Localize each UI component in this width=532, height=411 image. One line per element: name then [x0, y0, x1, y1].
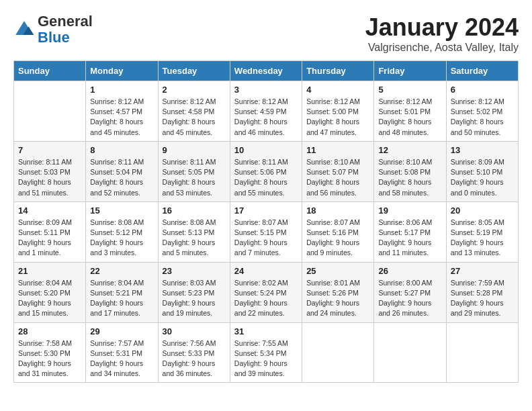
day-number: 25: [306, 266, 369, 276]
calendar-cell: 26Sunrise: 8:00 AMSunset: 5:27 PMDayligh…: [374, 262, 446, 322]
day-info: Sunrise: 8:10 AMSunset: 5:08 PMDaylight:…: [378, 157, 441, 198]
day-info: Sunrise: 8:11 AMSunset: 5:03 PMDaylight:…: [18, 157, 81, 198]
calendar-week-row: 28Sunrise: 7:58 AMSunset: 5:30 PMDayligh…: [14, 322, 519, 383]
day-number: 14: [18, 205, 81, 216]
day-number: 17: [234, 205, 298, 216]
day-number: 3: [234, 85, 298, 95]
day-info: Sunrise: 7:59 AMSunset: 5:28 PMDaylight:…: [451, 278, 514, 319]
day-number: 30: [163, 326, 226, 336]
calendar-cell: [446, 322, 518, 383]
calendar-cell: 15Sunrise: 8:08 AMSunset: 5:12 PMDayligh…: [86, 201, 158, 262]
logo: General Blue: [13, 13, 93, 46]
logo-general: General: [38, 13, 93, 30]
calendar-week-row: 21Sunrise: 8:04 AMSunset: 5:20 PMDayligh…: [14, 262, 519, 322]
day-number: 9: [163, 145, 226, 155]
day-number: 11: [306, 145, 369, 155]
day-number: 16: [163, 205, 226, 216]
day-number: 19: [378, 205, 441, 216]
day-info: Sunrise: 8:11 AMSunset: 5:05 PMDaylight:…: [163, 157, 226, 198]
calendar-cell: [374, 322, 446, 383]
day-info: Sunrise: 8:04 AMSunset: 5:21 PMDaylight:…: [90, 278, 153, 319]
calendar-cell: 10Sunrise: 8:11 AMSunset: 5:06 PMDayligh…: [230, 141, 302, 201]
day-number: 5: [378, 85, 441, 95]
calendar-cell: 18Sunrise: 8:07 AMSunset: 5:16 PMDayligh…: [302, 201, 374, 262]
calendar-cell: 21Sunrise: 8:04 AMSunset: 5:20 PMDayligh…: [14, 262, 86, 322]
day-info: Sunrise: 7:57 AMSunset: 5:31 PMDaylight:…: [90, 338, 153, 379]
calendar-cell: 19Sunrise: 8:06 AMSunset: 5:17 PMDayligh…: [374, 201, 446, 262]
day-info: Sunrise: 8:07 AMSunset: 5:15 PMDaylight:…: [234, 218, 298, 259]
day-info: Sunrise: 8:12 AMSunset: 5:00 PMDaylight:…: [306, 97, 369, 138]
calendar-table: SundayMondayTuesdayWednesdayThursdayFrid…: [13, 60, 519, 383]
calendar-week-row: 1Sunrise: 8:12 AMSunset: 4:57 PMDaylight…: [14, 81, 519, 142]
day-info: Sunrise: 8:08 AMSunset: 5:13 PMDaylight:…: [163, 218, 226, 259]
day-info: Sunrise: 8:05 AMSunset: 5:19 PMDaylight:…: [451, 218, 514, 259]
day-info: Sunrise: 7:56 AMSunset: 5:33 PMDaylight:…: [163, 338, 226, 379]
day-info: Sunrise: 8:06 AMSunset: 5:17 PMDaylight:…: [378, 218, 441, 259]
day-info: Sunrise: 8:12 AMSunset: 5:02 PMDaylight:…: [451, 97, 514, 138]
calendar-cell: [14, 81, 86, 142]
logo-icon: [13, 19, 35, 40]
page-header: General Blue January 2024 Valgrisenche, …: [13, 13, 519, 54]
column-header-thursday: Thursday: [302, 61, 374, 81]
calendar-cell: 23Sunrise: 8:03 AMSunset: 5:23 PMDayligh…: [158, 262, 230, 322]
calendar-cell: 13Sunrise: 8:09 AMSunset: 5:10 PMDayligh…: [446, 141, 518, 201]
column-header-wednesday: Wednesday: [230, 61, 302, 81]
day-info: Sunrise: 8:08 AMSunset: 5:12 PMDaylight:…: [90, 218, 153, 259]
day-info: Sunrise: 8:12 AMSunset: 4:59 PMDaylight:…: [234, 97, 298, 138]
day-number: 4: [306, 85, 369, 95]
calendar-cell: 8Sunrise: 8:11 AMSunset: 5:04 PMDaylight…: [86, 141, 158, 201]
column-header-tuesday: Tuesday: [158, 61, 230, 81]
day-info: Sunrise: 8:04 AMSunset: 5:20 PMDaylight:…: [18, 278, 81, 319]
logo-text: General Blue: [38, 13, 93, 46]
day-info: Sunrise: 8:03 AMSunset: 5:23 PMDaylight:…: [163, 278, 226, 319]
calendar-cell: 17Sunrise: 8:07 AMSunset: 5:15 PMDayligh…: [230, 201, 302, 262]
column-header-monday: Monday: [86, 61, 158, 81]
calendar-cell: 5Sunrise: 8:12 AMSunset: 5:01 PMDaylight…: [374, 81, 446, 142]
day-number: 6: [451, 85, 514, 95]
column-header-sunday: Sunday: [14, 61, 86, 81]
day-info: Sunrise: 7:58 AMSunset: 5:30 PMDaylight:…: [18, 338, 81, 379]
calendar-cell: 3Sunrise: 8:12 AMSunset: 4:59 PMDaylight…: [230, 81, 302, 142]
day-number: 20: [451, 205, 514, 216]
column-header-friday: Friday: [374, 61, 446, 81]
calendar-cell: 12Sunrise: 8:10 AMSunset: 5:08 PMDayligh…: [374, 141, 446, 201]
calendar-cell: 30Sunrise: 7:56 AMSunset: 5:33 PMDayligh…: [158, 322, 230, 383]
subtitle: Valgrisenche, Aosta Valley, Italy: [365, 42, 519, 54]
calendar-cell: 9Sunrise: 8:11 AMSunset: 5:05 PMDaylight…: [158, 141, 230, 201]
calendar-cell: 7Sunrise: 8:11 AMSunset: 5:03 PMDaylight…: [14, 141, 86, 201]
calendar-cell: [302, 322, 374, 383]
calendar-cell: 14Sunrise: 8:09 AMSunset: 5:11 PMDayligh…: [14, 201, 86, 262]
day-info: Sunrise: 8:09 AMSunset: 5:11 PMDaylight:…: [18, 218, 81, 259]
day-number: 18: [306, 205, 369, 216]
day-number: 2: [163, 85, 226, 95]
calendar-week-row: 7Sunrise: 8:11 AMSunset: 5:03 PMDaylight…: [14, 141, 519, 201]
day-info: Sunrise: 8:11 AMSunset: 5:04 PMDaylight:…: [90, 157, 153, 198]
day-number: 1: [90, 85, 153, 95]
day-number: 24: [234, 266, 298, 276]
calendar-cell: 29Sunrise: 7:57 AMSunset: 5:31 PMDayligh…: [86, 322, 158, 383]
day-number: 15: [90, 205, 153, 216]
day-number: 13: [451, 145, 514, 155]
calendar-cell: 20Sunrise: 8:05 AMSunset: 5:19 PMDayligh…: [446, 201, 518, 262]
calendar-cell: 24Sunrise: 8:02 AMSunset: 5:24 PMDayligh…: [230, 262, 302, 322]
day-info: Sunrise: 8:01 AMSunset: 5:26 PMDaylight:…: [306, 278, 369, 319]
day-number: 28: [18, 326, 81, 336]
calendar-cell: 31Sunrise: 7:55 AMSunset: 5:34 PMDayligh…: [230, 322, 302, 383]
day-info: Sunrise: 7:55 AMSunset: 5:34 PMDaylight:…: [234, 338, 298, 379]
day-info: Sunrise: 8:12 AMSunset: 5:01 PMDaylight:…: [378, 97, 441, 138]
day-number: 10: [234, 145, 298, 155]
day-number: 7: [18, 145, 81, 155]
day-info: Sunrise: 8:00 AMSunset: 5:27 PMDaylight:…: [378, 278, 441, 319]
day-info: Sunrise: 8:02 AMSunset: 5:24 PMDaylight:…: [234, 278, 298, 319]
day-info: Sunrise: 8:12 AMSunset: 4:58 PMDaylight:…: [163, 97, 226, 138]
day-number: 31: [234, 326, 298, 336]
calendar-week-row: 14Sunrise: 8:09 AMSunset: 5:11 PMDayligh…: [14, 201, 519, 262]
day-number: 22: [90, 266, 153, 276]
main-title: January 2024: [365, 13, 519, 42]
calendar-cell: 1Sunrise: 8:12 AMSunset: 4:57 PMDaylight…: [86, 81, 158, 142]
day-number: 27: [451, 266, 514, 276]
day-number: 8: [90, 145, 153, 155]
day-number: 21: [18, 266, 81, 276]
calendar-cell: 2Sunrise: 8:12 AMSunset: 4:58 PMDaylight…: [158, 81, 230, 142]
calendar-cell: 27Sunrise: 7:59 AMSunset: 5:28 PMDayligh…: [446, 262, 518, 322]
